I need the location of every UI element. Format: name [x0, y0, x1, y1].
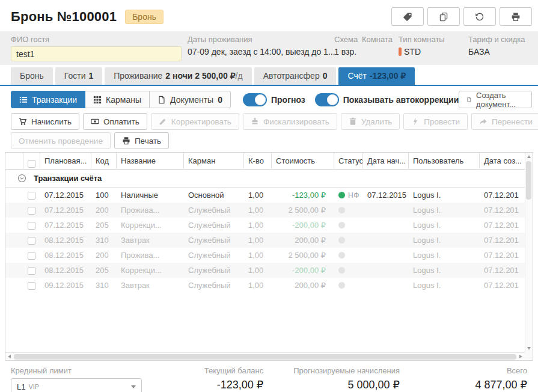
scroll-left-arrow[interactable]	[8, 355, 11, 358]
row-checkbox[interactable]	[28, 282, 35, 290]
delete-button: Удалить	[341, 113, 400, 130]
cell-user: Logus I.	[409, 236, 480, 245]
forecast-toggle-label: Прогноз	[271, 95, 305, 105]
select-all-checkbox[interactable]	[28, 160, 35, 168]
column-name[interactable]: Название	[117, 153, 184, 170]
tab-pockets[interactable]: Карманы	[85, 91, 150, 108]
cell-code: 205	[91, 221, 117, 230]
cell-planned-date: 09.12.2015	[40, 281, 91, 290]
cell-name: Прожива...	[117, 251, 184, 260]
row-checkbox[interactable]	[28, 222, 35, 230]
cell-amount: -200,00 ₽	[272, 266, 334, 275]
column-planned-date[interactable]: Плановая...	[40, 153, 91, 170]
print-icon	[511, 12, 521, 22]
row-checkbox[interactable]	[28, 237, 35, 245]
tab-transactions[interactable]: Транзакции	[11, 91, 85, 108]
copy-button[interactable]	[427, 7, 460, 26]
table-row[interactable]: 09.12.2015 310 Завтрак Служебный 1,00 20…	[5, 278, 525, 293]
autocorrections-toggle[interactable]: Показывать автокоррекции	[315, 93, 459, 106]
tab-stay[interactable]: Проживание2 ночи 2 500,00 ₽/д	[105, 67, 251, 85]
button-label: Провести	[424, 117, 460, 126]
group-expander-icon[interactable]	[17, 174, 26, 183]
invoice-footer: Крединый лимит L1 VIP Текущий баланс -12…	[0, 366, 538, 392]
scroll-down-arrow[interactable]	[527, 347, 531, 350]
room-type-value: STD	[399, 47, 421, 57]
row-checkbox-cell	[23, 281, 40, 290]
room-field: Комната	[362, 35, 393, 46]
cell-pocket: Служебный	[184, 251, 244, 260]
cell-code: 310	[91, 281, 117, 290]
accrue-button[interactable]: Начислить	[11, 113, 79, 130]
column-created-date[interactable]: Дата соз...	[480, 153, 525, 170]
booking-info-strip: ФИО гостя Даты проживания 07-09 дек, зае…	[0, 31, 538, 65]
pay-button[interactable]: Оплатить	[83, 113, 147, 130]
tab-documents[interactable]: Документы 0	[149, 91, 231, 108]
group-row-invoice-transactions[interactable]: Транзакции счёта	[5, 170, 525, 188]
column-qty[interactable]: К-во	[244, 153, 272, 170]
cell-pocket: Служебный	[184, 221, 244, 230]
column-select-all[interactable]	[23, 153, 40, 170]
tariff-field: Тариф и скидка БАЗА	[468, 35, 525, 57]
horizontal-scroll-thumb[interactable]	[14, 354, 516, 360]
toggle-switch[interactable]	[243, 93, 267, 106]
history-button[interactable]	[463, 7, 496, 26]
status-dot-icon	[338, 237, 345, 243]
guest-name-label: ФИО гостя	[11, 35, 182, 44]
scroll-up-arrow[interactable]	[527, 155, 531, 158]
create-document-button[interactable]: Создать документ...	[459, 91, 532, 108]
guest-name-input[interactable]	[11, 46, 182, 61]
print-button[interactable]	[500, 7, 532, 26]
button-label: Печать	[135, 136, 161, 145]
table-row[interactable]: 07.12.2015 200 Прожива... Служебный 1,00…	[5, 203, 525, 218]
guest-name-field: ФИО гостя	[11, 35, 182, 61]
vertical-scroll-thumb[interactable]	[526, 161, 531, 200]
horizontal-scrollbar[interactable]	[5, 352, 525, 360]
row-checkbox[interactable]	[28, 207, 35, 215]
cell-code: 100	[91, 191, 117, 200]
document-icon	[466, 96, 472, 103]
toggle-switch[interactable]	[315, 93, 339, 106]
cell-planned-date: 08.12.2015	[40, 236, 91, 245]
move-icon	[479, 117, 488, 126]
tariff-label: Тариф и скидка	[468, 35, 525, 44]
cash-icon	[91, 117, 99, 126]
cell-created-date: 07.12.201	[480, 191, 525, 200]
print-button[interactable]: Печать	[114, 132, 169, 149]
tab-booking[interactable]: Бронь	[11, 67, 53, 85]
tab-invoice[interactable]: Счёт-123,00 ₽	[338, 67, 415, 85]
column-status[interactable]: Статус	[334, 153, 363, 170]
column-user[interactable]: Пользователь	[409, 153, 480, 170]
current-balance-value: -123,00 ₽	[152, 378, 264, 391]
pencil-icon	[159, 117, 167, 126]
table-row[interactable]: 07.12.2015 100 Наличные Основной 1,00 -1…	[5, 188, 525, 203]
row-checkbox[interactable]	[28, 267, 35, 275]
column-amount[interactable]: Стоимость	[272, 153, 334, 170]
cell-planned-date: 07.12.2015	[40, 191, 91, 200]
credit-limit-label: Крединый лимит	[11, 366, 152, 375]
scroll-right-arrow[interactable]	[519, 355, 522, 358]
tab-pockets-label: Карманы	[106, 95, 141, 105]
row-checkbox[interactable]	[28, 192, 35, 200]
column-code[interactable]: Код	[91, 153, 117, 170]
tag-button[interactable]	[391, 7, 424, 26]
transactions-table: Плановая... Код Название Карман К-во Сто…	[5, 152, 533, 361]
table-row[interactable]: 07.12.2015 205 Коррекци... Служебный 1,0…	[5, 218, 525, 233]
row-checkbox[interactable]	[28, 252, 35, 260]
tab-guests[interactable]: Гости1	[55, 67, 102, 85]
tag-icon	[403, 12, 412, 22]
cell-planned-date: 08.12.2015	[40, 266, 91, 275]
table-row[interactable]: 08.12.2015 200 Прожива... Служебный 1,00…	[5, 248, 525, 263]
tab-transfer[interactable]: Автотрансфер0	[254, 67, 337, 85]
table-row[interactable]: 08.12.2015 310 Завтрак Служебный 1,00 20…	[5, 233, 525, 248]
forecast-toggle[interactable]: Прогноз	[243, 93, 305, 106]
cell-pocket: Основной	[184, 191, 244, 200]
column-start-date[interactable]: Дата нач...	[363, 153, 409, 170]
vertical-scrollbar[interactable]	[525, 153, 533, 352]
post-button: Провести	[403, 113, 468, 130]
column-pocket[interactable]: Карман	[184, 153, 244, 170]
tab-label: Счёт	[347, 71, 366, 81]
credit-limit-select[interactable]: L1 VIP	[11, 378, 142, 392]
table-row[interactable]: 08.12.2015 205 Коррекци... Служебный 1,0…	[5, 263, 525, 278]
scheme-value: 1 взр.	[334, 47, 356, 57]
cell-code: 205	[91, 266, 117, 275]
